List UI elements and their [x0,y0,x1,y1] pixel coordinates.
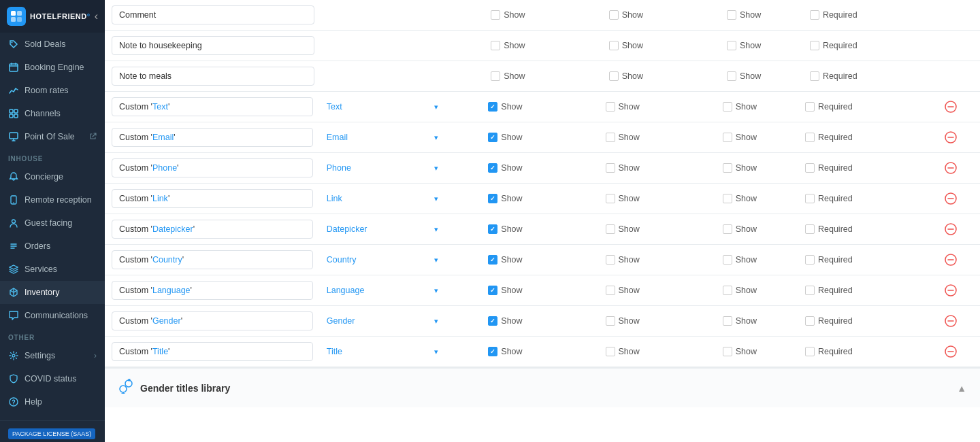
sidebar-item-guest-facing[interactable]: Guest facing [0,211,105,235]
svg-rect-6 [10,109,13,113]
type-select[interactable]: Email Text Email Phone Link Datepicker C… [327,133,440,142]
show-checkbox[interactable] [606,347,615,356]
show-checkbox-checked[interactable] [488,286,497,295]
sidebar-item-communications[interactable]: Communications [0,304,105,327]
sidebar-item-concierge[interactable]: Concierge [0,165,105,188]
show-text: Show [736,316,757,326]
remove-button[interactable] [942,131,973,143]
show-checkbox[interactable] [723,286,732,295]
show-checkbox-checked[interactable] [488,102,497,112]
sidebar-item-concierge-label: Concierge [24,172,63,182]
show-checkbox[interactable] [723,194,732,203]
show-checkbox[interactable] [606,133,615,142]
show-checkbox[interactable] [606,316,615,326]
remove-button[interactable] [942,345,973,358]
type-select[interactable]: Title Text Email Phone Link Datepicker C… [327,347,440,356]
remove-button[interactable] [942,223,973,235]
sidebar-item-inventory[interactable]: Inventory [0,281,105,304]
show-checkbox[interactable] [723,102,732,112]
show-label: Show [574,71,678,81]
collapse-arrow-icon[interactable]: ▲ [957,383,966,394]
type-cell: Email Text Email Phone Link Datepicker C… [320,122,447,153]
show-checkbox[interactable] [723,316,732,326]
show-checkbox-1[interactable] [491,71,500,81]
custom-fields-table: Custom 'Text' Text Text Email Phone Link… [105,92,980,367]
remove-button[interactable] [942,162,973,174]
remove-button[interactable] [942,284,973,296]
show-checkbox[interactable] [723,224,732,234]
show-checkbox[interactable] [606,194,615,203]
required-checkbox[interactable] [805,286,815,295]
show-checkbox[interactable] [723,255,732,265]
show-checkbox[interactable] [606,224,615,234]
show-checkbox[interactable] [723,163,732,173]
field-name-cell: Custom 'Link' [105,184,320,214]
required-checkbox[interactable] [805,163,815,173]
show-checkbox[interactable] [606,102,615,112]
show-checkbox-checked[interactable] [488,224,497,234]
show-checkbox[interactable] [606,163,615,173]
required-checkbox[interactable] [805,255,815,265]
type-select[interactable]: Phone Text Email Phone Link Datepicker C… [327,163,440,173]
field-name-suffix: ' [191,286,192,295]
show-checkbox-2[interactable] [609,41,619,50]
remove-button[interactable] [942,101,973,113]
sidebar-item-help-label: Help [24,397,42,407]
required-checkbox[interactable] [805,194,815,203]
type-select[interactable]: Language Text Email Phone Link Datepicke… [327,286,440,295]
show-checkbox-checked[interactable] [488,347,497,356]
type-select[interactable]: Link Text Email Phone Link Datepicker Co… [327,194,440,203]
show-checkbox-2[interactable] [609,71,619,81]
show-checkbox-2[interactable] [609,10,619,20]
show-checkbox-3[interactable] [727,10,736,20]
required-checkbox[interactable] [805,224,815,234]
sidebar-item-services[interactable]: Services [0,258,105,281]
collapse-sidebar-button[interactable]: ‹ [95,10,98,22]
note-housekeeping-field-input[interactable] [112,36,314,55]
show-checkbox-checked[interactable] [488,316,497,326]
sidebar-item-help[interactable]: Help [0,390,105,413]
required-checkbox[interactable] [810,71,819,81]
required-checkbox[interactable] [810,10,819,20]
required-checkbox[interactable] [805,102,815,112]
show-label: Show [571,316,674,326]
type-select[interactable]: Country Text Email Phone Link Datepicker… [327,255,440,265]
type-select[interactable]: Text Text Email Phone Link Datepicker Co… [327,102,440,112]
remove-button[interactable] [942,192,973,205]
show-checkbox-3[interactable] [727,41,736,50]
type-cell: Link Text Email Phone Link Datepicker Co… [320,184,447,214]
comment-field-input[interactable] [112,5,314,24]
sidebar-item-booking-engine[interactable]: Booking Engine [0,56,105,79]
library-title-text: Gender titles library [140,383,230,394]
remove-button[interactable] [942,315,973,327]
remove-button[interactable] [942,254,973,266]
sidebar-item-point-of-sale[interactable]: Point Of Sale [0,125,105,148]
show-checkbox-3[interactable] [727,71,736,81]
required-checkbox[interactable] [810,41,819,50]
type-select[interactable]: Datepicker Text Email Phone Link Datepic… [327,224,440,234]
sidebar-item-settings[interactable]: Settings › [0,344,105,367]
show-checkbox[interactable] [606,255,615,265]
sidebar-item-room-rates[interactable]: Room rates [0,79,105,102]
required-checkbox[interactable] [805,133,815,142]
show-checkbox-checked[interactable] [488,194,497,203]
show-checkbox-checked[interactable] [488,133,497,142]
show-checkbox[interactable] [723,347,732,356]
show-checkbox-checked[interactable] [488,255,497,265]
show-checkbox[interactable] [723,133,732,142]
show-text: Show [619,102,640,112]
show-checkbox-checked[interactable] [488,163,497,173]
sidebar-item-covid-status[interactable]: COVID status [0,367,105,390]
show-checkbox[interactable] [606,286,615,295]
sidebar-item-orders[interactable]: Orders [0,235,105,258]
note-meals-field-input[interactable] [112,67,314,86]
required-label: Required [805,224,928,234]
required-checkbox[interactable] [805,347,815,356]
sidebar-item-sold-deals[interactable]: Sold Deals [0,33,105,56]
type-select[interactable]: Gender Text Email Phone Link Datepicker … [327,316,440,326]
required-checkbox[interactable] [805,316,815,326]
sidebar-item-channels[interactable]: Channels [0,102,105,125]
show-checkbox-1[interactable] [491,41,500,50]
show-checkbox-1[interactable] [491,10,500,20]
sidebar-item-remote-reception[interactable]: Remote reception [0,188,105,211]
